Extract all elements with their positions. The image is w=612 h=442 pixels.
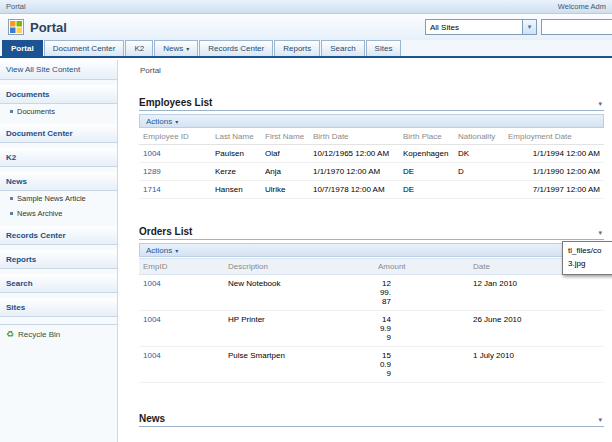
cell: 10/7/1978 12:00 AM (309, 181, 399, 199)
sidebar-section-reports[interactable]: Reports (0, 250, 117, 269)
table-row: 1004PaulsenOlaf10/12/1965 12:00 AMKopenh… (139, 145, 604, 163)
webpart-title: Orders List (139, 226, 596, 237)
table-header-row: Employee IDLast NameFirst NameBirth Date… (139, 129, 604, 145)
sidebar-sections: DocumentsDocumentsDocument CenterK2NewsS… (0, 85, 117, 317)
table-row: 1004Pulse Smartpen150.991 July 2010 (139, 347, 604, 383)
bullet-icon (10, 110, 13, 113)
tab-label: News (163, 44, 183, 53)
breadcrumb: Portal (140, 66, 604, 75)
cell: Olaf (261, 145, 309, 163)
sidebar-section-news[interactable]: News (0, 172, 117, 191)
list-table: EmpIDDescriptionAmountDate1004New Notebo… (139, 258, 604, 383)
record-link[interactable]: 1004 (139, 145, 211, 163)
cell: DE (399, 181, 454, 199)
table-row: 1004HP Printer149.9926 June 2010 (139, 311, 604, 347)
search-scope-value: All Sites (426, 23, 522, 32)
webpart-menu-icon[interactable]: ▾ (596, 416, 604, 424)
column-header-last-name[interactable]: Last Name (211, 129, 261, 145)
recycle-bin-link[interactable]: ♻ Recycle Bin (0, 324, 117, 344)
record-link[interactable]: 1289 (139, 163, 211, 181)
tab-sites[interactable]: Sites (366, 40, 402, 56)
column-header-employment-date[interactable]: Employment Date (504, 129, 604, 145)
column-header-birth-date[interactable]: Birth Date (309, 129, 399, 145)
cell: 149.99 (374, 311, 469, 347)
cell: 1299.87 (374, 275, 469, 311)
cell: 12 Jan 2010 (469, 275, 604, 311)
webpart-orders-list: Orders List▾Actions▾EmpIDDescriptionAmou… (139, 226, 604, 383)
actions-menu-button[interactable]: Actions▾ (146, 117, 178, 126)
column-header-description[interactable]: Description (224, 259, 374, 275)
record-link[interactable]: 1714 (139, 181, 211, 199)
webpart-menu-icon[interactable]: ▾ (596, 100, 604, 108)
tab-label: Sites (375, 44, 393, 53)
cell: D (454, 163, 504, 181)
column-header-amount[interactable]: Amount (374, 259, 469, 275)
sidebar-section-sites[interactable]: Sites (0, 298, 117, 317)
tab-records-center[interactable]: Records Center (199, 40, 273, 56)
tab-news[interactable]: News▾ (154, 40, 198, 56)
list-table: Employee IDLast NameFirst NameBirth Date… (139, 129, 604, 199)
column-header-birth-place[interactable]: Birth Place (399, 129, 454, 145)
tooltip-text-line2: 3.jpg (568, 258, 612, 271)
table-row: 1289KerzeAnja1/1/1970 12:00 AMDED1/1/199… (139, 163, 604, 181)
sidebar-section-records-center[interactable]: Records Center (0, 226, 117, 245)
column-header-nationality[interactable]: Nationality (454, 129, 504, 145)
chevron-down-icon: ▾ (175, 118, 178, 125)
sidebar-item-news-archive[interactable]: News Archive (0, 206, 117, 221)
webpart-employees-list: Employees List▾Actions▾Employee IDLast N… (139, 97, 604, 199)
sidebar-section-k2[interactable]: K2 (0, 148, 117, 167)
tab-label: Portal (11, 44, 34, 53)
cell: 1/1/1970 12:00 AM (309, 163, 399, 181)
sidebar-section-document-center[interactable]: Document Center (0, 124, 117, 143)
actions-menu-button[interactable]: Actions▾ (146, 246, 178, 255)
cell: Kopenhagen (399, 145, 454, 163)
webpart-header: News▾ (139, 413, 604, 427)
cell: 7/1/1997 12:00 AM (504, 181, 604, 199)
site-banner: Portal All Sites ▾ (0, 14, 612, 40)
portal-page: Portal Welcome Adm Portal All Sites ▾ Po… (0, 0, 612, 442)
tab-reports[interactable]: Reports (274, 40, 320, 56)
sidebar-item-documents[interactable]: Documents (0, 104, 117, 119)
webparts: Employees List▾Actions▾Employee IDLast N… (139, 97, 604, 427)
topbar-app-label: Portal (6, 2, 26, 11)
tab-document-center[interactable]: Document Center (44, 40, 125, 56)
cell: Hansen (211, 181, 261, 199)
tab-label: Records Center (208, 44, 264, 53)
cell: Kerze (211, 163, 261, 181)
top-link-bar: Portal Welcome Adm (0, 0, 612, 14)
record-link[interactable]: 1004 (139, 347, 224, 383)
record-link[interactable]: 1004 (139, 275, 224, 311)
webpart-menu-icon[interactable]: ▾ (596, 229, 604, 237)
actions-label: Actions (146, 117, 172, 126)
recycle-bin-icon: ♻ (6, 330, 14, 339)
top-nav: PortalDocument CenterK2News▾Records Cent… (0, 40, 612, 58)
cell (454, 181, 504, 199)
cell: New Notebook (224, 275, 374, 311)
view-all-site-content-link[interactable]: View All Site Content (0, 60, 117, 80)
sidebar-section-documents[interactable]: Documents (0, 85, 117, 104)
cell: Ulrike (261, 181, 309, 199)
column-header-employee-id[interactable]: Employee ID (139, 129, 211, 145)
cell: Pulse Smartpen (224, 347, 374, 383)
image-filename-tooltip: tl_files/co 3.jpg (562, 241, 612, 275)
welcome-user-menu[interactable]: Welcome Adm (558, 2, 606, 11)
tab-label: Search (330, 44, 355, 53)
actions-toolbar: Actions▾ (139, 243, 604, 257)
column-header-empid[interactable]: EmpID (139, 259, 224, 275)
webpart-news: News▾ (139, 413, 604, 427)
tab-k2[interactable]: K2 (125, 40, 153, 56)
search-scope-select[interactable]: All Sites ▾ (425, 19, 537, 35)
cell: 10/12/1965 12:00 AM (309, 145, 399, 163)
cell: HP Printer (224, 311, 374, 347)
tab-label: K2 (134, 44, 144, 53)
column-header-first-name[interactable]: First Name (261, 129, 309, 145)
sidebar-section-search[interactable]: Search (0, 274, 117, 293)
bullet-icon (10, 197, 13, 200)
cell: 150.99 (374, 347, 469, 383)
tab-search[interactable]: Search (321, 40, 364, 56)
search-input[interactable] (541, 19, 612, 35)
sidebar-item-sample-news-article[interactable]: Sample News Article (0, 191, 117, 206)
tab-portal[interactable]: Portal (2, 40, 43, 56)
cell: DK (454, 145, 504, 163)
record-link[interactable]: 1004 (139, 311, 224, 347)
